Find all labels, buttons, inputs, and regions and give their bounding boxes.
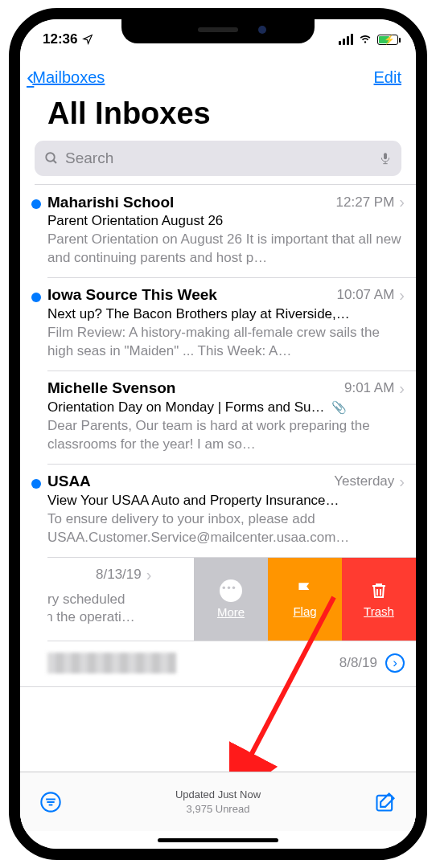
subject: Parent Orientation August 26	[47, 213, 405, 229]
search-field[interactable]: Search	[35, 141, 401, 176]
trash-icon	[369, 580, 389, 601]
attachment-icon: 📎	[331, 400, 347, 414]
email-row[interactable]: Iowa Source This Week 10:07 AM › Next up…	[20, 278, 416, 371]
toolbar: Updated Just Now 3,975 Unread	[20, 772, 416, 831]
time: 8/8/19	[339, 655, 377, 671]
redacted-sender	[47, 653, 176, 674]
time: 9:01 AM	[344, 380, 394, 396]
preview: Parent Orientation on August 26 It is im…	[47, 231, 405, 268]
signal-icon	[339, 34, 353, 45]
email-row[interactable]: USAA Yesterday › View Your USAA Auto and…	[20, 465, 416, 557]
chevron-right-icon: ›	[399, 286, 405, 305]
search-placeholder: Search	[65, 149, 113, 167]
email-row-redacted[interactable]: 8/8/19 ›	[20, 641, 416, 687]
chevron-right-icon: ›	[399, 193, 405, 211]
swiped-email-row[interactable]: 8/13/19 › urgery scheduled nts in the op…	[47, 557, 416, 641]
chevron-right-icon: ›	[399, 473, 405, 491]
preview: Film Review: A history-making all-female…	[47, 324, 405, 361]
chevron-right-icon: ›	[146, 566, 152, 584]
compose-button[interactable]	[374, 791, 397, 813]
chevron-right-icon: ›	[399, 379, 405, 398]
filter-button[interactable]	[39, 791, 62, 813]
location-icon	[82, 34, 93, 45]
flag-icon	[294, 580, 315, 601]
time: Yesterday	[334, 473, 394, 489]
preview: Dear Parents, Our team is hard at work p…	[47, 417, 405, 454]
sender: Michelle Svenson	[47, 379, 344, 397]
subject: View Your USAA Auto and Property Insuran…	[47, 493, 405, 509]
unread-dot	[31, 293, 41, 302]
page-title: All Inboxes	[20, 93, 416, 141]
toolbar-status: Updated Just Now 3,975 Unread	[175, 788, 261, 816]
back-label: Mailboxes	[32, 68, 105, 87]
swipe-trash-button[interactable]: Trash	[342, 558, 416, 641]
more-icon	[220, 579, 242, 602]
sender: Iowa Source This Week	[47, 286, 337, 304]
nav-bar: ‹ Mailboxes Edit	[20, 53, 416, 93]
battery-icon: ⚡	[377, 35, 398, 45]
subject: Next up? The Bacon Brothers play at Rive…	[47, 306, 405, 322]
swipe-more-button[interactable]: More	[194, 558, 268, 641]
swiped-date: 8/13/19	[96, 567, 142, 583]
svg-point-0	[46, 153, 55, 162]
sender: Maharishi School	[47, 194, 336, 211]
search-icon	[44, 151, 59, 166]
swipe-flag-button[interactable]: Flag	[268, 558, 342, 641]
unread-dot	[31, 199, 41, 209]
back-button[interactable]: ‹ Mailboxes	[27, 64, 105, 90]
email-row[interactable]: Michelle Svenson 9:01 AM › Orientation D…	[20, 371, 416, 464]
edit-button[interactable]: Edit	[374, 68, 401, 87]
time: 12:27 PM	[336, 194, 395, 211]
subject: Orientation Day on Monday | Forms and Su…	[47, 399, 405, 416]
mic-icon[interactable]	[379, 150, 392, 166]
unread-dot	[31, 479, 41, 489]
home-indicator[interactable]	[20, 831, 416, 849]
email-list: Maharishi School 12:27 PM › Parent Orien…	[20, 184, 416, 772]
wifi-icon	[358, 34, 372, 45]
sender: USAA	[47, 473, 334, 490]
svg-line-1	[53, 160, 56, 163]
info-button[interactable]: ›	[385, 653, 405, 673]
time: 10:07 AM	[337, 287, 395, 303]
preview: To ensure delivery to your inbox, please…	[47, 510, 405, 547]
svg-rect-2	[384, 153, 387, 159]
email-row[interactable]: Maharishi School 12:27 PM › Parent Orien…	[20, 185, 416, 277]
status-time: 12:36	[43, 31, 77, 47]
